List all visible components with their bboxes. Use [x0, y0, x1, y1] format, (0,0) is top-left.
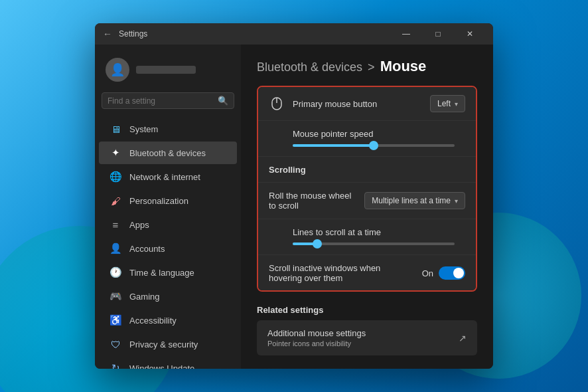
sidebar-item-bluetooth[interactable]: ✦ Bluetooth & devices: [99, 142, 237, 164]
back-button[interactable]: ←: [103, 29, 112, 39]
primary-mouse-dropdown[interactable]: Left ▾: [430, 95, 465, 112]
page-header: Bluetooth & devices > Mouse: [257, 58, 477, 75]
maximize-button[interactable]: □: [423, 23, 453, 45]
sidebar-item-privacy[interactable]: 🛡 Privacy & security: [99, 333, 237, 355]
minimize-button[interactable]: —: [391, 23, 421, 45]
page-title: Mouse: [380, 58, 427, 75]
roll-scroll-label: Roll the mouse wheel to scroll: [269, 191, 356, 211]
scroll-inactive-row: Scroll inactive windows when hovering ov…: [258, 255, 476, 291]
dropdown-arrow-icon: ▾: [455, 100, 458, 108]
gaming-icon: 🎮: [110, 290, 121, 302]
sidebar-item-gaming[interactable]: 🎮 Gaming: [99, 285, 237, 308]
sidebar-item-accessibility[interactable]: ♿ Accessibility: [99, 309, 237, 332]
sidebar-item-label: Personalization: [129, 196, 188, 206]
search-icon: 🔍: [218, 96, 228, 106]
sidebar-item-label: Windows Update: [129, 363, 194, 369]
main-panel: Bluetooth & devices > Mouse Primary mous…: [241, 45, 493, 369]
scroll-inactive-toggle-control: On: [422, 266, 465, 280]
lines-scroll-label: Lines to scroll at a time: [269, 227, 465, 237]
primary-mouse-row: Primary mouse button Left ▾: [258, 87, 476, 121]
avatar: 👤: [106, 58, 129, 82]
pointer-speed-row: Mouse pointer speed: [258, 121, 476, 157]
time-icon: 🕐: [110, 266, 121, 278]
roll-scroll-row: Roll the mouse wheel to scroll Multiple …: [258, 183, 476, 219]
sidebar-item-label: Apps: [129, 220, 149, 230]
settings-window: ← Settings — □ ✕ 👤 🔍 🖥 System: [95, 23, 493, 369]
roll-scroll-value: Multiple lines at a time: [372, 196, 451, 205]
username-bar: [136, 66, 196, 74]
titlebar: ← Settings — □ ✕: [95, 23, 493, 45]
scroll-inactive-toggle[interactable]: [439, 266, 465, 280]
window-controls: — □ ✕: [391, 23, 485, 45]
related-card-0[interactable]: Additional mouse settings Pointer icons …: [257, 320, 477, 355]
sidebar-item-label: Bluetooth & devices: [129, 148, 206, 158]
primary-mouse-control: Left ▾: [430, 95, 465, 112]
breadcrumb-separator: >: [368, 60, 375, 74]
roll-scroll-info: Roll the mouse wheel to scroll: [269, 191, 356, 211]
sidebar-item-label: Accounts: [129, 244, 165, 254]
primary-mouse-info: Primary mouse button: [293, 99, 422, 109]
update-icon: ↻: [110, 362, 121, 369]
apps-icon: ≡: [110, 219, 121, 231]
search-input[interactable]: [108, 96, 214, 106]
primary-mouse-label: Primary mouse button: [293, 99, 422, 109]
sidebar-item-personalization[interactable]: 🖌 Personalization: [99, 189, 237, 212]
sidebar-item-accounts[interactable]: 👤 Accounts: [99, 237, 237, 260]
related-info: Additional mouse settings Pointer icons …: [267, 328, 451, 347]
window-title: Settings: [119, 29, 391, 39]
sidebar-item-network[interactable]: 🌐 Network & internet: [99, 165, 237, 188]
main-content: 👤 🔍 🖥 System ✦ Bluetooth & devices 🌐 Net…: [95, 45, 493, 369]
sidebar-item-label: Time & language: [129, 268, 194, 278]
pointer-speed-slider-container: [269, 144, 465, 147]
pointer-speed-thumb[interactable]: [369, 141, 378, 150]
roll-scroll-control: Multiple lines at a time ▾: [364, 192, 465, 209]
sidebar-item-label: Accessibility: [129, 316, 177, 326]
avatar-icon: 👤: [110, 62, 125, 77]
pointer-speed-fill: [293, 144, 374, 147]
settings-card: Primary mouse button Left ▾ Mouse pointe…: [257, 86, 477, 292]
lines-scroll-thumb[interactable]: [313, 239, 322, 248]
related-header: Related settings: [257, 305, 477, 315]
sidebar-item-apps[interactable]: ≡ Apps: [99, 213, 237, 236]
lines-scroll-row: Lines to scroll at a time: [258, 219, 476, 255]
sidebar-item-update[interactable]: ↻ Windows Update: [99, 357, 237, 369]
scrolling-header-label: Scrolling: [269, 165, 306, 175]
scroll-inactive-label: Scroll inactive windows when hovering ov…: [269, 263, 414, 283]
sidebar-item-label: System: [129, 124, 158, 134]
sidebar-item-label: Network & internet: [129, 172, 200, 182]
accessibility-icon: ♿: [110, 314, 121, 326]
related-section: Related settings Additional mouse settin…: [257, 305, 477, 355]
system-icon: 🖥: [110, 123, 121, 135]
sidebar: 👤 🔍 🖥 System ✦ Bluetooth & devices 🌐 Net…: [95, 45, 241, 369]
personalization-icon: 🖌: [110, 195, 121, 207]
pointer-speed-track: [293, 144, 455, 147]
related-subtitle: Pointer icons and visibility: [267, 340, 451, 347]
privacy-icon: 🛡: [110, 338, 121, 350]
dropdown-arrow-icon: ▾: [455, 197, 458, 205]
toggle-thumb: [453, 268, 464, 278]
lines-scroll-slider-container: [269, 243, 465, 245]
mouse-icon: [269, 96, 285, 112]
accounts-icon: 👤: [110, 243, 121, 254]
network-icon: 🌐: [110, 171, 121, 183]
external-link-icon: ↗: [459, 333, 467, 343]
search-box[interactable]: 🔍: [102, 92, 234, 109]
related-title: Additional mouse settings: [267, 328, 451, 338]
sidebar-item-system[interactable]: 🖥 System: [99, 118, 237, 140]
scrolling-header: Scrolling: [258, 157, 476, 183]
user-section: 👤: [95, 51, 241, 92]
scroll-inactive-info: Scroll inactive windows when hovering ov…: [269, 263, 414, 283]
sidebar-item-time[interactable]: 🕐 Time & language: [99, 261, 237, 284]
sidebar-item-label: Privacy & security: [129, 340, 198, 349]
toggle-on-label: On: [422, 268, 433, 278]
pointer-speed-label: Mouse pointer speed: [269, 129, 465, 139]
primary-mouse-value: Left: [437, 99, 451, 108]
bluetooth-icon: ✦: [110, 147, 121, 159]
lines-scroll-track: [293, 243, 455, 245]
close-button[interactable]: ✕: [455, 23, 485, 45]
sidebar-item-label: Gaming: [129, 292, 160, 302]
breadcrumb-parent[interactable]: Bluetooth & devices: [257, 60, 362, 74]
roll-scroll-dropdown[interactable]: Multiple lines at a time ▾: [364, 192, 465, 209]
